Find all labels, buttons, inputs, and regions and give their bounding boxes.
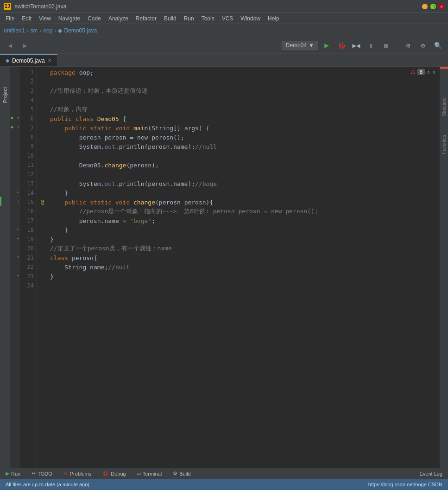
- menu-run[interactable]: Run: [180, 14, 198, 23]
- fold-6[interactable]: ▾: [17, 115, 19, 120]
- run-gutter-7[interactable]: ▶: [11, 124, 14, 129]
- status-url: https://blog.csdn.net/boge CSDN: [368, 482, 442, 487]
- menu-vcs[interactable]: VCS: [218, 14, 237, 23]
- back-btn[interactable]: ◀: [4, 39, 17, 52]
- fold-15[interactable]: ▾: [17, 199, 19, 204]
- coverage-btn[interactable]: ▶◀: [350, 39, 363, 52]
- tab-close-btn[interactable]: ✕: [48, 58, 51, 63]
- maximize-btn[interactable]: □: [430, 4, 436, 9]
- debug-panel-icon: 🐞: [102, 471, 109, 477]
- event-log-btn[interactable]: Event Log: [417, 470, 444, 477]
- path-oop[interactable]: oop: [43, 27, 52, 34]
- settings-btn[interactable]: ⚙: [416, 39, 429, 52]
- project-tab[interactable]: Project: [1, 84, 9, 106]
- gutter-row-8: [10, 132, 20, 141]
- menu-analyze[interactable]: Analyze: [105, 14, 132, 23]
- code-line-9: System.out.println(perosn.name);//null: [50, 142, 440, 151]
- title-controls[interactable]: – □ ✕: [422, 4, 444, 9]
- terminal-panel-btn[interactable]: ▱ Terminal: [135, 470, 164, 477]
- menu-window[interactable]: Window: [237, 14, 264, 23]
- build-icon: ⚙: [173, 471, 177, 477]
- java-file-icon: ◆: [58, 27, 62, 34]
- run-panel-btn[interactable]: ▶ Run: [4, 470, 22, 477]
- token-pkg: package: [50, 69, 79, 76]
- favorites-tab[interactable]: Favorites: [442, 135, 447, 154]
- gutter-row-7: ▶ ▾: [10, 122, 20, 132]
- menu-edit[interactable]: Edit: [18, 14, 35, 23]
- code-line-22: String name;//null: [50, 262, 440, 272]
- search-btn[interactable]: 🔍: [431, 39, 444, 52]
- fold-21[interactable]: ▾: [17, 255, 19, 259]
- path-file[interactable]: ◆ Demo05.java: [58, 27, 97, 34]
- menu-navigate[interactable]: Navigate: [55, 14, 84, 23]
- fold-23[interactable]: ▸: [17, 273, 19, 278]
- debug-panel-btn[interactable]: 🐞 Debug: [101, 470, 127, 477]
- code-line-24: [50, 281, 440, 290]
- debug-btn[interactable]: 🐞: [335, 39, 348, 52]
- path-untitled1[interactable]: untitled1: [4, 27, 25, 34]
- gutter-row-17: [10, 215, 20, 224]
- run-btn[interactable]: ▶: [320, 39, 333, 52]
- gutter-row-11: [10, 159, 20, 169]
- run-panel-icon: ▶: [6, 471, 9, 477]
- main-content: Project ⚠ 8 ∧ ∨ ▶ ▾: [0, 67, 448, 468]
- editor-area: ⚠ 8 ∧ ∨ ▶ ▾ ▶ ▾: [10, 67, 440, 468]
- gutter-row-2: [10, 76, 20, 85]
- code-line-6: public class Demo05 {: [50, 114, 440, 123]
- menu-refactor[interactable]: Refactor: [132, 14, 160, 23]
- code-line-21: class perosn{: [50, 253, 440, 262]
- gutter-row-10: [10, 150, 20, 159]
- code-line-15: @ public static void change(perosn peros…: [50, 197, 440, 207]
- menu-build[interactable]: Build: [160, 14, 180, 23]
- close-btn[interactable]: ✕: [439, 4, 444, 9]
- menu-tools[interactable]: Tools: [198, 14, 218, 23]
- menu-file[interactable]: File: [2, 14, 18, 23]
- fold-18[interactable]: ▸: [17, 227, 19, 231]
- gutter-row-14: ▸: [10, 187, 20, 197]
- run-config-dropdown[interactable]: Demo04 ▼: [282, 41, 318, 50]
- code-editor[interactable]: ▶ ▾ ▶ ▾ ▸ ▾: [10, 67, 440, 468]
- todo-panel-btn[interactable]: ☷ TODO: [30, 470, 54, 477]
- status-message: All files are up-to-date (a minute ago): [6, 482, 89, 487]
- left-accent-bar: [0, 197, 1, 206]
- fold-7[interactable]: ▾: [17, 125, 19, 129]
- stop-btn[interactable]: ■: [379, 39, 392, 52]
- title-bar-left: IJ switchTomato02.java: [4, 3, 66, 10]
- app-icon: IJ: [4, 3, 11, 10]
- gutter-row-19: ▸: [10, 234, 20, 243]
- java-tab-icon: ◆: [6, 57, 9, 64]
- fold-14[interactable]: ▸: [17, 190, 19, 194]
- code-line-7: public static void main(String[] args) {: [50, 123, 440, 133]
- gutter-row-20: [10, 243, 20, 252]
- code-line-12: [50, 170, 440, 179]
- run-gutter-6[interactable]: ▶: [11, 115, 14, 120]
- code-line-10: [50, 151, 440, 160]
- toolbar: ◀ ▶ Demo04 ▼ ▶ 🐞 ▶◀ ▮ ■ ⚙ ⚙ 🔍: [0, 37, 448, 54]
- path-sep2: ›: [39, 27, 41, 34]
- menu-code[interactable]: Code: [84, 14, 105, 23]
- fold-19[interactable]: ▸: [17, 236, 19, 241]
- structure-tab[interactable]: Structure: [442, 97, 447, 116]
- menu-help[interactable]: Help: [264, 14, 283, 23]
- forward-btn[interactable]: ▶: [19, 39, 32, 52]
- code-lines[interactable]: package oop; //引用传递：对象，本质还是值传递 //对象，内存 p…: [37, 67, 440, 468]
- gutter-row-6: ▶ ▾: [10, 113, 20, 122]
- line-numbers: 12345 678910 1112131415 1617181920 21222…: [20, 67, 37, 468]
- status-bar: All files are up-to-date (a minute ago) …: [0, 479, 448, 490]
- menu-view[interactable]: View: [35, 14, 55, 23]
- editor-tabs: ◆ Demo05.java ✕: [0, 54, 448, 67]
- title-bar: IJ switchTomato02.java – □ ✕: [0, 0, 448, 13]
- profile-btn[interactable]: ▮: [365, 39, 378, 52]
- bottom-bar: ▶ Run ☷ TODO ⚠ Problems 🐞 Debug ▱ Termin…: [0, 468, 448, 479]
- path-src[interactable]: src: [30, 27, 38, 34]
- terminal-icon: ▱: [137, 471, 141, 477]
- code-line-14: }: [50, 188, 440, 197]
- minimize-btn[interactable]: –: [422, 4, 428, 9]
- editor-tab-demo05[interactable]: ◆ Demo05.java ✕: [0, 54, 57, 66]
- build-btn[interactable]: ⚙: [402, 39, 415, 52]
- build-panel-btn[interactable]: ⚙ Build: [171, 470, 192, 477]
- problems-panel-btn[interactable]: ⚠ Problems: [62, 470, 93, 477]
- menu-bar: File Edit View Navigate Code Analyze Ref…: [0, 13, 448, 24]
- gutter-row-21: ▾: [10, 252, 20, 261]
- code-line-16: //perosn是一个对象：指向的---> 第6行的: perosn peros…: [50, 207, 440, 216]
